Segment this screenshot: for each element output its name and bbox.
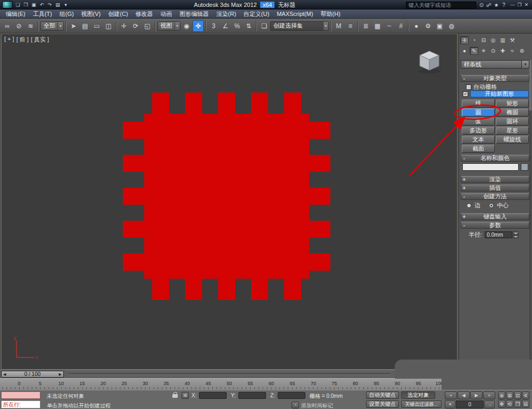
center-radio[interactable] — [489, 203, 494, 208]
lights-tab[interactable]: ☀ — [479, 47, 488, 55]
window-crossing-icon[interactable]: ◫ — [103, 20, 114, 32]
rollout-parameters[interactable]: - 参数 — [461, 222, 529, 229]
selection-filter-dropdown[interactable]: 全部▾ — [40, 21, 64, 31]
track-bar-ruler[interactable]: 0510152025303540455055606570758085909510… — [0, 378, 442, 390]
viewport-menu-general[interactable]: [ + ] — [4, 36, 14, 44]
rollout-rendering[interactable]: + 渲染 — [461, 176, 529, 183]
mirror-icon[interactable]: M — [333, 20, 344, 32]
create-tab[interactable]: ✛ — [460, 36, 469, 44]
next-frame-arrow-icon[interactable]: ▶ — [59, 372, 62, 377]
play-button[interactable]: ▶ — [470, 391, 483, 399]
selected-object-dropdown[interactable]: 选定对象 — [401, 391, 435, 399]
percent-snap-icon[interactable]: % — [231, 20, 243, 32]
rollout-keyboard-entry[interactable]: + 键盘输入 — [461, 213, 529, 220]
add-time-tag[interactable]: 添加时间标记 — [301, 402, 333, 409]
zoom-extents-icon[interactable]: ⊡ — [514, 391, 521, 399]
application-menu-icon[interactable] — [2, 1, 13, 9]
maxscript-mini-listener[interactable]: 所在行: — [1, 400, 40, 408]
menu-item-组(G)[interactable]: 组(G) — [56, 10, 78, 18]
spinner-snap-icon[interactable]: ⇅ — [243, 20, 254, 32]
menu-item-修改器[interactable]: 修改器 — [132, 10, 157, 18]
shapes-tab[interactable]: ✎ — [470, 47, 478, 55]
menu-item-视图(V)[interactable]: 视图(V) — [78, 10, 105, 18]
rollout-creation-method[interactable]: - 创建方法 — [461, 193, 529, 200]
orbit-icon[interactable]: ⟲ — [506, 400, 513, 408]
set-key-button[interactable]: 设置关键点 — [366, 400, 399, 408]
named-selection-dropdown[interactable]: 创建选择集▾ — [270, 21, 329, 31]
angle-snap-icon[interactable]: ∠ — [220, 20, 231, 32]
help-icon[interactable]: ? — [500, 1, 508, 9]
menu-item-动画[interactable]: 动画 — [157, 10, 176, 18]
project-folder-icon[interactable]: ▤ — [54, 1, 62, 9]
undo-icon[interactable]: ↶ — [38, 1, 46, 9]
menu-item-MAXScript(M)[interactable]: MAXScript(M) — [273, 10, 317, 18]
autogrid-checkbox[interactable] — [466, 85, 471, 90]
auto-key-button[interactable]: 自动关键点 — [366, 391, 399, 399]
y-coordinate-field[interactable] — [238, 392, 266, 399]
display-tab[interactable]: ▥ — [498, 36, 507, 44]
new-scene-icon[interactable]: ❏ — [14, 1, 22, 9]
edge-radio[interactable] — [467, 203, 471, 208]
previous-frame-button[interactable]: ◀ — [458, 391, 470, 399]
viewport-front[interactable]: [ + ] [ 前 ] [ 真实 ] x y — [1, 34, 458, 370]
absolute-mode-toggle-icon[interactable]: ⊞ — [181, 392, 189, 399]
select-by-name-icon[interactable]: ▤ — [80, 20, 91, 32]
pan-icon[interactable]: ✥ — [498, 400, 505, 408]
object-type-圆[interactable]: 圆 — [462, 108, 495, 116]
save-file-icon[interactable]: ▣ — [30, 1, 38, 9]
object-type-弧[interactable]: 弧 — [462, 118, 495, 126]
menu-item-自定义(U)[interactable]: 自定义(U) — [240, 10, 273, 18]
selection-region-icon[interactable]: ▭ — [92, 20, 103, 32]
maximize-viewport-toggle-icon[interactable]: ❒ — [514, 400, 521, 408]
use-pivot-point-icon[interactable]: ◉ — [181, 20, 192, 32]
geometry-tab[interactable]: ● — [460, 47, 469, 55]
bind-to-space-warp-icon[interactable]: ≋ — [25, 20, 36, 32]
select-and-move-icon[interactable]: ✛ — [119, 20, 130, 32]
menu-item-创建(C)[interactable]: 创建(C) — [104, 10, 131, 18]
minimize-icon[interactable]: — — [509, 2, 516, 9]
material-editor-icon[interactable]: ● — [411, 20, 422, 32]
zoom-icon[interactable]: ⊕ — [498, 391, 505, 399]
menu-item-渲染(R)[interactable]: 渲染(R) — [213, 10, 240, 18]
select-and-rotate-icon[interactable]: ⟳ — [130, 20, 142, 32]
cameras-tab[interactable]: ⊙ — [489, 47, 497, 55]
zoom-region-icon[interactable]: ⊟ — [522, 400, 529, 408]
object-type-线[interactable]: 线 — [462, 99, 495, 107]
start-new-shape-checkbox[interactable] — [463, 91, 468, 97]
key-mode-toggle-button[interactable]: ✦ — [445, 400, 455, 408]
key-filters-button[interactable]: 关键点过滤器... — [401, 400, 442, 408]
close-icon[interactable]: ✕ — [523, 2, 530, 9]
previous-frame-arrow-icon[interactable]: ◀ — [3, 372, 6, 377]
object-type-椭圆[interactable]: 椭圆 — [496, 108, 529, 116]
snaps-toggle-icon[interactable]: 3 — [208, 20, 219, 32]
object-color-swatch[interactable] — [521, 163, 528, 171]
spinner-down-icon[interactable]: ▼ — [513, 235, 519, 239]
curve-editor-icon[interactable]: ～ — [384, 20, 395, 32]
menu-item-工具(T)[interactable]: 工具(T) — [29, 10, 56, 18]
x-coordinate-field[interactable] — [199, 392, 227, 399]
favorites-icon[interactable]: ★ — [493, 1, 500, 9]
rendered-frame-icon[interactable]: ▣ — [434, 20, 445, 32]
object-name-field[interactable] — [462, 163, 519, 171]
space-warps-tab[interactable]: ≈ — [508, 47, 517, 55]
hierarchy-tab[interactable]: ⊟ — [479, 36, 488, 44]
select-and-manipulate-icon[interactable]: ✜ — [193, 20, 204, 32]
time-tag-icon[interactable]: ◔ — [292, 402, 299, 408]
helpers-tab[interactable]: ✚ — [498, 47, 507, 55]
render-production-icon[interactable]: ◍ — [446, 20, 457, 32]
rollout-name-color[interactable]: - 名称和颜色 — [461, 155, 529, 162]
layer-manager-icon[interactable]: ≣ — [360, 20, 371, 32]
spline-shape[interactable] — [123, 93, 330, 300]
motion-tab[interactable]: ◎ — [489, 36, 497, 44]
search-input[interactable] — [406, 2, 476, 9]
select-and-scale-icon[interactable]: ◱ — [142, 20, 153, 32]
select-and-link-icon[interactable]: ∞ — [2, 20, 13, 32]
viewport-menu-view[interactable]: [ 前 ] — [16, 36, 29, 44]
render-setup-icon[interactable]: ⚙ — [422, 20, 434, 32]
viewcube[interactable] — [414, 48, 444, 74]
systems-tab[interactable]: ⊛ — [518, 47, 526, 55]
modify-tab[interactable]: ◔ — [470, 36, 478, 44]
align-icon[interactable]: ≡ — [345, 20, 356, 32]
object-type-螺旋线[interactable]: 螺旋线 — [496, 136, 529, 144]
edit-named-selections-icon[interactable]: ❏ — [259, 20, 270, 32]
